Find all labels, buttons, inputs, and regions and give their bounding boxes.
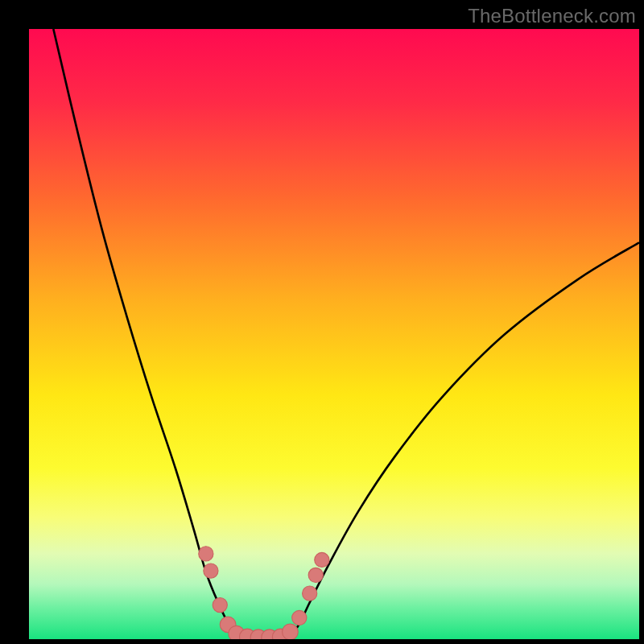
data-marker [303, 586, 317, 601]
data-marker [213, 597, 227, 612]
left-branch-curve [53, 29, 242, 639]
data-marker [283, 624, 299, 639]
data-marker [292, 610, 307, 625]
watermark-text: TheBottleneck.com [468, 5, 636, 27]
plot-area [29, 29, 639, 639]
chart-frame: TheBottleneck.com [0, 0, 644, 644]
data-marker [308, 568, 323, 582]
data-marker [204, 564, 218, 578]
data-marker [315, 552, 329, 567]
curve-layer [29, 29, 639, 639]
right-branch-curve [285, 242, 639, 639]
marker-group [199, 547, 329, 639]
data-marker [199, 547, 213, 561]
